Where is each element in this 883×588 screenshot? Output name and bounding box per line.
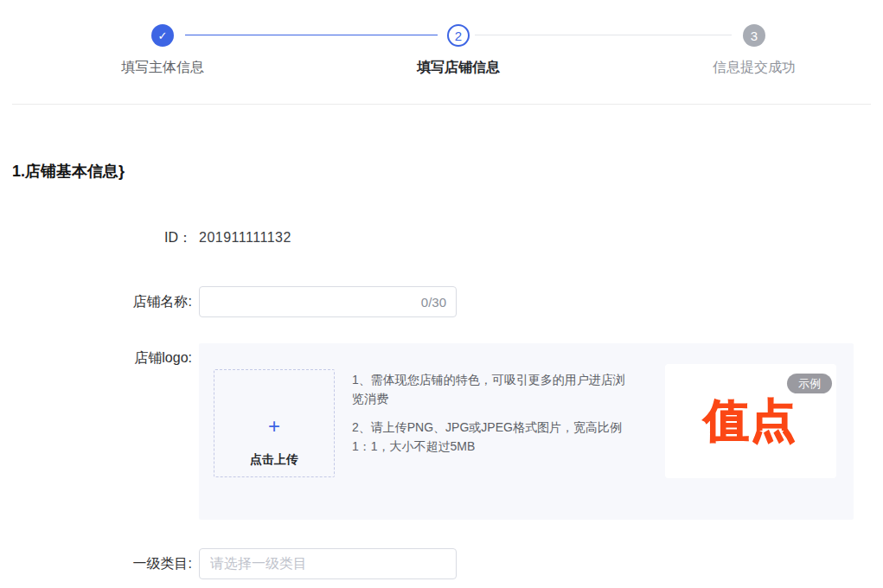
logo-upload-box[interactable]: + 点击上传	[214, 369, 335, 477]
shop-name-input[interactable]	[199, 286, 457, 317]
stepper: ✓ 填写主体信息 2 填写店铺信息 3 信息提交成功	[0, 0, 883, 104]
check-icon: ✓	[151, 24, 174, 47]
shop-name-row: 店铺名称: 0/30	[0, 286, 457, 317]
category-input-wrap	[199, 548, 457, 579]
id-label: ID：	[0, 229, 192, 246]
step-label: 填写店铺信息	[417, 59, 500, 77]
logo-tips: 1、需体现您店铺的特色，可吸引更多的用户进店浏览消费 2、请上传PNG、JPG或…	[352, 370, 636, 456]
shop-logo-label: 店铺logo:	[0, 343, 192, 367]
id-row: ID： 201911111132	[0, 229, 291, 246]
shop-name-label: 店铺名称:	[0, 286, 192, 317]
stepper-step-2: 2 填写店铺信息	[417, 24, 500, 77]
step-number-icon: 3	[743, 24, 765, 47]
header-divider	[12, 104, 871, 105]
step-number-icon: 2	[447, 24, 470, 47]
example-badge: 示例	[787, 374, 832, 393]
category-label: 一级类目:	[0, 548, 192, 579]
section-title: 1.店铺基本信息}	[12, 161, 125, 182]
stepper-step-1: ✓ 填写主体信息	[121, 24, 204, 77]
logo-tip-2: 2、请上传PNG、JPG或JPEG格式图片，宽高比例1：1，大小不超过5MB	[352, 418, 636, 456]
shop-logo-row: 店铺logo: + 点击上传 1、需体现您店铺的特色，可吸引更多的用户进店浏览消…	[0, 343, 854, 520]
step-connector-done	[185, 35, 438, 35]
step-label: 填写主体信息	[121, 59, 204, 77]
category-input[interactable]	[199, 548, 457, 579]
step-label: 信息提交成功	[713, 59, 796, 77]
step-connector-pending	[475, 35, 732, 35]
logo-tip-1: 1、需体现您店铺的特色，可吸引更多的用户进店浏览消费	[352, 370, 636, 408]
id-value: 201911111132	[199, 230, 291, 246]
upload-text: 点击上传	[214, 452, 334, 468]
category-row: 一级类目:	[0, 548, 457, 579]
stepper-step-3: 3 信息提交成功	[713, 24, 796, 77]
example-card: 值点 示例	[665, 364, 836, 478]
logo-panel: + 点击上传 1、需体现您店铺的特色，可吸引更多的用户进店浏览消费 2、请上传P…	[199, 343, 854, 520]
shop-name-input-wrap: 0/30	[199, 286, 457, 317]
